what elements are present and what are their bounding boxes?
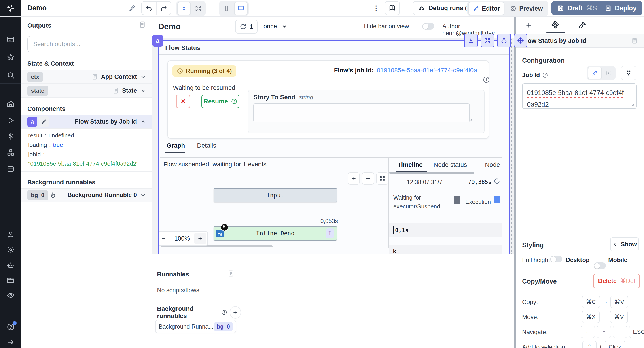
selected-component-id-badge[interactable]: a: [152, 35, 163, 47]
users-icon[interactable]: [7, 230, 15, 239]
desktop-icon: [237, 5, 244, 12]
schedules-icon[interactable]: [7, 164, 15, 173]
job-id-input-value[interactable]: 0191085e-5baa-81ef-4774-c9ef4f0a92d2: [527, 87, 626, 110]
desktop-preview-button[interactable]: [234, 2, 248, 15]
component-a-row[interactable]: a Flow Status by Job Id: [22, 115, 152, 128]
collapse-sidebar-arrow-icon[interactable]: [7, 338, 15, 346]
preview-tab[interactable]: Preview: [506, 3, 547, 15]
tab-details[interactable]: Details: [197, 142, 216, 149]
edge-deno-out: [274, 240, 275, 249]
mobile-preview-button[interactable]: [220, 3, 233, 15]
more-menu-button[interactable]: ⋮: [372, 3, 380, 13]
rename-app-pencil-icon[interactable]: [128, 3, 137, 13]
story-to-send-textarea[interactable]: [253, 103, 470, 122]
component-output-tree[interactable]: result:undefined loading:true jobId: "01…: [28, 131, 138, 168]
desktop-toggle[interactable]: [594, 262, 606, 269]
refresh-button[interactable]: 1: [235, 20, 258, 34]
bg0-chevron-down-icon[interactable]: [140, 192, 146, 198]
add-bg-runnable-button[interactable]: [230, 306, 241, 319]
timeline-horizontal-scrollbar[interactable]: [389, 172, 474, 174]
apps-icon[interactable]: [7, 35, 15, 44]
navigate-shortcut-keys: ← ↑ → ESC: [581, 326, 644, 338]
search-icon[interactable]: [7, 71, 15, 79]
editor-tab[interactable]: Editor: [468, 2, 504, 15]
audit-eye-icon[interactable]: [7, 291, 15, 299]
bg-runnable-item[interactable]: Background Runna... bg_0: [155, 320, 236, 333]
docs-button[interactable]: [384, 1, 400, 15]
bg-runnables-info-icon[interactable]: [222, 309, 227, 315]
zoom-out-pct-button[interactable]: [158, 232, 170, 245]
folders-icon[interactable]: [7, 276, 15, 284]
outputs-doc-icon[interactable]: [139, 21, 146, 28]
tab-timeline[interactable]: Timeline: [397, 161, 422, 168]
rp-doc-icon[interactable]: [631, 37, 638, 44]
settings-gear-icon[interactable]: [7, 246, 15, 254]
anchor-handle[interactable]: [497, 34, 511, 48]
graph-node-input[interactable]: Input: [214, 188, 337, 203]
graph-fit-button[interactable]: [376, 172, 388, 185]
state-chevron-down-icon[interactable]: [140, 88, 146, 94]
tab-node-status[interactable]: Node status: [434, 161, 467, 168]
tab-graph[interactable]: Graph: [166, 142, 185, 149]
resume-flow-button[interactable]: Resume: [202, 94, 240, 108]
workers-robot-icon[interactable]: [7, 261, 15, 269]
home-icon[interactable]: [7, 100, 15, 108]
hide-bar-toggle[interactable]: [422, 23, 434, 30]
favorites-star-icon[interactable]: [7, 53, 15, 61]
redo-button[interactable]: [156, 2, 171, 15]
component-chevron-up-icon[interactable]: [140, 118, 146, 125]
left-nav-sidebar: [0, 16, 22, 348]
flow-graph-panel[interactable]: Flow suspended, waiting for 1 events Inp…: [160, 157, 389, 248]
bg-runnable-item-name: Background Runna...: [159, 323, 213, 330]
flow-status-component[interactable]: Flow Status Running (3 of 4) Flow's job …: [158, 40, 510, 254]
textarea-resize-icon[interactable]: [468, 117, 472, 121]
ctx-row[interactable]: ctx App Context: [22, 70, 152, 84]
fullsize-handle[interactable]: [480, 34, 494, 48]
job-id-resize-icon[interactable]: [630, 103, 634, 107]
draft-button[interactable]: Draft ⌘S: [552, 1, 603, 15]
delete-component-button[interactable]: Delete ⌘Del: [593, 274, 640, 288]
cancel-flow-button[interactable]: ✕: [176, 94, 190, 108]
components-title: Components: [27, 105, 66, 112]
move-handle[interactable]: [514, 34, 528, 48]
search-outputs-input[interactable]: [27, 36, 157, 52]
graph-zoom-in-button[interactable]: [348, 172, 360, 185]
move-shortcut-label: Move:: [522, 314, 539, 321]
mobile-label: Mobile: [608, 257, 628, 264]
component-settings-tab[interactable]: [551, 21, 560, 30]
resources-icon[interactable]: [7, 148, 15, 156]
graph-node-inline-deno[interactable]: TS Inline Deno I: [214, 226, 337, 241]
component-edit-pencil-icon[interactable]: [39, 116, 49, 127]
flow-job-id-link[interactable]: 0191085e-5baa-81ef-4774-c9ef4f0a...: [377, 67, 482, 74]
tab-node-def[interactable]: Node: [485, 161, 500, 168]
windmill-logo[interactable]: [0, 0, 22, 16]
state-row[interactable]: state State: [22, 84, 152, 98]
fullscreen-layout-button[interactable]: [192, 3, 204, 15]
card-info-icon[interactable]: [483, 76, 490, 83]
clock-icon: [177, 68, 183, 74]
expand-down-handle[interactable]: [464, 34, 478, 48]
static-input-mode-button[interactable]: [588, 67, 602, 79]
zoom-in-pct-button[interactable]: [194, 233, 206, 244]
canvas[interactable]: Flow Status Running (3 of 4) Flow's job …: [152, 38, 514, 254]
insert-component-tab[interactable]: [525, 21, 533, 29]
job-id-input-box[interactable]: 0191085e-5baa-81ef-4774-c9ef4f0a92d2: [522, 83, 636, 109]
connect-input-button[interactable]: [621, 66, 636, 80]
frequency-dropdown[interactable]: once: [264, 20, 288, 33]
nav-key-up: ↑: [597, 326, 611, 338]
panel-resize-divider[interactable]: [514, 16, 516, 348]
graph-zoom-out-button[interactable]: [362, 172, 374, 185]
variables-icon[interactable]: [7, 133, 15, 141]
job-id-info-icon[interactable]: [542, 72, 548, 78]
deploy-button[interactable]: Deploy: [599, 1, 642, 15]
full-height-toggle[interactable]: [550, 256, 562, 262]
center-layout-button[interactable]: [177, 2, 191, 15]
ctx-chevron-down-icon[interactable]: [140, 74, 146, 80]
runnables-doc-icon[interactable]: [227, 270, 234, 277]
bg0-row[interactable]: bg_0 Background Runnable 0: [22, 188, 152, 202]
show-styling-button[interactable]: Show: [610, 237, 639, 251]
runs-icon[interactable]: [7, 116, 15, 124]
undo-button[interactable]: [142, 2, 156, 15]
styling-tab[interactable]: [578, 21, 586, 29]
eval-input-mode-button[interactable]: [603, 67, 615, 79]
